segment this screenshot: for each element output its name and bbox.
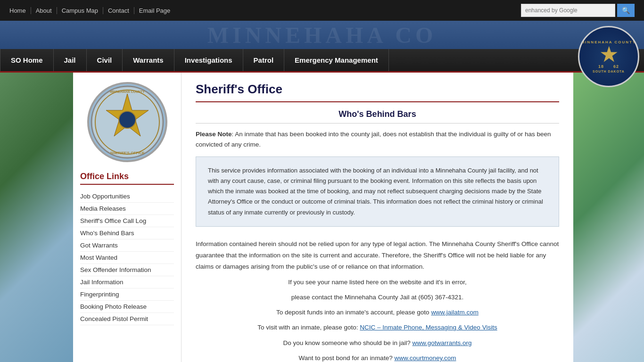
nav-home[interactable]: Home (9, 7, 31, 14)
sidebar-booking-photo[interactable]: Booking Photo Release (80, 301, 174, 313)
contact-line1: If you see your name listed here on the … (196, 277, 559, 288)
visit-line: To visit with an inmate, please goto: NC… (196, 322, 559, 333)
search-button[interactable]: 🔍 (617, 4, 635, 17)
seal-top-text: MINNEHAHA COUNTY (581, 40, 636, 44)
svg-text:MINNEHAHA COUNTY: MINNEHAHA COUNTY (109, 90, 144, 93)
banner-bg-text: MINNEHAHA CO (0, 21, 644, 49)
seal-year2: 62 (613, 64, 619, 69)
nav-patrol[interactable]: Patrol (243, 49, 285, 71)
sheriff-badge: SHERIFF'S OFFICE MINNEHAHA COUNTY (87, 82, 167, 162)
note-text-rest: : An inmate that has been booked into th… (196, 131, 551, 148)
page-title: Sheriff's Office (196, 82, 559, 102)
svg-text:SHERIFF'S OFFICE: SHERIFF'S OFFICE (110, 151, 145, 155)
nav-investigations[interactable]: Investigations (174, 49, 243, 71)
sidebar-job-opportunities[interactable]: Job Opportunities (80, 190, 174, 203)
sidebar: SHERIFF'S OFFICE MINNEHAHA COUNTY Office… (73, 73, 182, 362)
deposit-text: To deposit funds into an inmate's accoun… (276, 309, 431, 316)
seal-years: 18 62 (598, 64, 619, 69)
know-text: Do you know someone who should be in jai… (283, 339, 413, 346)
sidebar-call-log[interactable]: Sheriff's Office Call Log (80, 215, 174, 227)
section-heading: Who's Behind Bars (196, 109, 559, 119)
nav-civil[interactable]: Civil (87, 49, 123, 71)
know-link[interactable]: www.gotwarrants.org (412, 339, 471, 346)
main-nav: SO Home Jail Civil Warrants Investigatio… (0, 49, 644, 73)
nav-emergency-management[interactable]: Emergency Management (284, 49, 389, 71)
sidebar-got-warrants[interactable]: Got Warrants (80, 239, 174, 252)
nav-so-home[interactable]: SO Home (0, 49, 54, 71)
main-content: Sheriff's Office Who's Behind Bars Pleas… (182, 73, 573, 362)
disclaimer-text: This service provides information associ… (208, 165, 547, 217)
main-layout: SHERIFF'S OFFICE MINNEHAHA COUNTY Office… (0, 73, 644, 362)
info-line1: Information contained herein should not … (196, 239, 559, 273)
nav-email-page[interactable]: Email Page (134, 7, 175, 14)
deposit-line: To deposit funds into an inmate's accoun… (196, 307, 559, 318)
sidebar-most-wanted[interactable]: Most Wanted (80, 252, 174, 264)
section-divider (196, 123, 559, 123)
nav-jail[interactable]: Jail (54, 49, 87, 71)
left-background (0, 73, 73, 362)
sidebar-concealed-pistol[interactable]: Concealed Pistol Permit (80, 313, 174, 325)
sidebar-jail-information[interactable]: Jail Information (80, 276, 174, 288)
bond-link[interactable]: www.courtmoney.com (394, 354, 456, 362)
nav-campus-map[interactable]: Campus Map (57, 7, 103, 14)
badge-container: SHERIFF'S OFFICE MINNEHAHA COUNTY (80, 82, 174, 162)
nav-warrants[interactable]: Warrants (123, 49, 174, 71)
seal-year1: 18 (598, 64, 604, 69)
disclaimer-box: This service provides information associ… (196, 156, 559, 226)
seal-inner: MINNEHAHA COUNTY ★ 18 62 SOUTH DAKOTA (579, 27, 638, 86)
info-section: Information contained herein should not … (196, 234, 559, 362)
deposit-link[interactable]: www.jailatm.com (431, 309, 479, 316)
know-line: Do you know someone who should be in jai… (196, 337, 559, 349)
office-links-title: Office Links (80, 172, 174, 185)
top-bar: Home About Campus Map Contact Email Page… (0, 0, 644, 21)
bond-text: Want to post bond for an inmate? (299, 354, 395, 362)
search-form: 🔍 (521, 4, 635, 17)
county-seal-container: MINNEHAHA COUNTY ★ 18 62 SOUTH DAKOTA (578, 26, 639, 87)
visit-text: To visit with an inmate, please goto: (257, 324, 360, 331)
search-input[interactable] (521, 4, 615, 17)
bond-line: Want to post bond for an inmate? www.cou… (196, 353, 559, 362)
county-seal: MINNEHAHA COUNTY ★ 18 62 SOUTH DAKOTA (578, 26, 639, 87)
seal-star-icon: ★ (600, 45, 618, 64)
nav-about[interactable]: About (31, 7, 57, 14)
sidebar-fingerprinting[interactable]: Fingerprinting (80, 288, 174, 301)
sidebar-media-releases[interactable]: Media Releases (80, 203, 174, 215)
top-nav-links: Home About Campus Map Contact Email Page (9, 7, 521, 14)
badge-svg: SHERIFF'S OFFICE MINNEHAHA COUNTY (90, 84, 165, 160)
visit-link[interactable]: NCIC – Inmate Phone, Messaging & Video V… (360, 324, 497, 331)
svg-point-3 (119, 111, 136, 128)
note-bold: Please Note (196, 131, 232, 138)
sidebar-sex-offender[interactable]: Sex Offender Information (80, 264, 174, 276)
sidebar-whos-behind-bars[interactable]: Who's Behind Bars (80, 227, 174, 239)
nav-contact[interactable]: Contact (103, 7, 134, 14)
please-note-text: Please Note: An inmate that has been boo… (196, 129, 559, 149)
right-background (573, 73, 644, 362)
seal-bottom-text: SOUTH DAKOTA (593, 70, 625, 73)
banner: MINNEHAHA CO (0, 21, 644, 49)
contact-line2: please contact the Minnehaha County Jail… (196, 292, 559, 303)
